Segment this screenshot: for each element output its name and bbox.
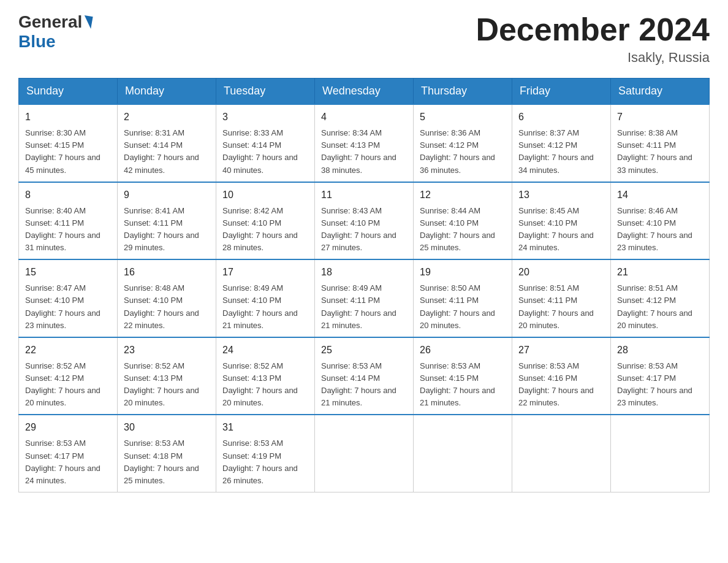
day-info: Sunrise: 8:48 AMSunset: 4:10 PMDaylight:… [124, 282, 210, 332]
weekday-header-row: SundayMondayTuesdayWednesdayThursdayFrid… [19, 79, 710, 105]
day-info: Sunrise: 8:52 AMSunset: 4:13 PMDaylight:… [124, 360, 210, 410]
weekday-header-saturday: Saturday [611, 79, 710, 105]
calendar-cell: 27Sunrise: 8:53 AMSunset: 4:16 PMDayligh… [512, 337, 611, 415]
calendar-cell: 25Sunrise: 8:53 AMSunset: 4:14 PMDayligh… [315, 337, 414, 415]
calendar-cell: 17Sunrise: 8:49 AMSunset: 4:10 PMDayligh… [216, 259, 315, 337]
calendar-cell: 21Sunrise: 8:51 AMSunset: 4:12 PMDayligh… [611, 259, 710, 337]
day-number: 30 [124, 420, 210, 435]
calendar-header: SundayMondayTuesdayWednesdayThursdayFrid… [19, 79, 710, 105]
day-number: 15 [25, 265, 111, 280]
day-info: Sunrise: 8:38 AMSunset: 4:11 PMDaylight:… [617, 127, 703, 177]
calendar-cell [512, 415, 611, 492]
week-row-5: 29Sunrise: 8:53 AMSunset: 4:17 PMDayligh… [19, 415, 710, 492]
day-info: Sunrise: 8:33 AMSunset: 4:14 PMDaylight:… [222, 127, 308, 177]
calendar-cell: 1Sunrise: 8:30 AMSunset: 4:15 PMDaylight… [19, 104, 118, 182]
day-number: 22 [25, 343, 111, 358]
calendar-cell: 12Sunrise: 8:44 AMSunset: 4:10 PMDayligh… [414, 182, 512, 260]
day-info: Sunrise: 8:40 AMSunset: 4:11 PMDaylight:… [25, 205, 111, 255]
day-number: 31 [222, 420, 308, 435]
day-info: Sunrise: 8:37 AMSunset: 4:12 PMDaylight:… [518, 127, 604, 177]
calendar-body: 1Sunrise: 8:30 AMSunset: 4:15 PMDaylight… [19, 104, 710, 492]
weekday-header-wednesday: Wednesday [315, 79, 414, 105]
day-info: Sunrise: 8:51 AMSunset: 4:12 PMDaylight:… [617, 282, 703, 332]
logo-arrow-icon [83, 15, 93, 29]
day-info: Sunrise: 8:53 AMSunset: 4:18 PMDaylight:… [124, 437, 210, 487]
day-number: 28 [617, 343, 703, 358]
calendar-cell: 26Sunrise: 8:53 AMSunset: 4:15 PMDayligh… [414, 337, 512, 415]
calendar-cell: 5Sunrise: 8:36 AMSunset: 4:12 PMDaylight… [414, 104, 512, 182]
day-info: Sunrise: 8:31 AMSunset: 4:14 PMDaylight:… [124, 127, 210, 177]
day-number: 5 [420, 110, 506, 124]
calendar-cell: 23Sunrise: 8:52 AMSunset: 4:13 PMDayligh… [118, 337, 216, 415]
day-info: Sunrise: 8:49 AMSunset: 4:10 PMDaylight:… [222, 282, 308, 332]
day-info: Sunrise: 8:50 AMSunset: 4:11 PMDaylight:… [420, 282, 506, 332]
day-info: Sunrise: 8:41 AMSunset: 4:11 PMDaylight:… [124, 205, 210, 255]
day-info: Sunrise: 8:53 AMSunset: 4:19 PMDaylight:… [222, 437, 308, 487]
calendar-cell: 2Sunrise: 8:31 AMSunset: 4:14 PMDaylight… [118, 104, 216, 182]
day-number: 19 [420, 265, 506, 280]
calendar-cell: 22Sunrise: 8:52 AMSunset: 4:12 PMDayligh… [19, 337, 118, 415]
calendar-cell: 15Sunrise: 8:47 AMSunset: 4:10 PMDayligh… [19, 259, 118, 337]
calendar-table: SundayMondayTuesdayWednesdayThursdayFrid… [18, 78, 710, 492]
day-number: 21 [617, 265, 703, 280]
day-number: 1 [25, 110, 111, 124]
calendar-cell [611, 415, 710, 492]
week-row-2: 8Sunrise: 8:40 AMSunset: 4:11 PMDaylight… [19, 182, 710, 260]
calendar-cell [414, 415, 512, 492]
day-info: Sunrise: 8:53 AMSunset: 4:14 PMDaylight:… [321, 360, 407, 410]
day-info: Sunrise: 8:30 AMSunset: 4:15 PMDaylight:… [25, 127, 111, 177]
calendar-cell: 13Sunrise: 8:45 AMSunset: 4:10 PMDayligh… [512, 182, 611, 260]
day-number: 11 [321, 188, 407, 202]
weekday-header-sunday: Sunday [19, 79, 118, 105]
month-title: December 2024 [476, 12, 710, 47]
day-info: Sunrise: 8:49 AMSunset: 4:11 PMDaylight:… [321, 282, 407, 332]
day-info: Sunrise: 8:52 AMSunset: 4:13 PMDaylight:… [222, 360, 308, 410]
calendar-cell: 31Sunrise: 8:53 AMSunset: 4:19 PMDayligh… [216, 415, 315, 492]
day-info: Sunrise: 8:53 AMSunset: 4:17 PMDaylight:… [617, 360, 703, 410]
week-row-4: 22Sunrise: 8:52 AMSunset: 4:12 PMDayligh… [19, 337, 710, 415]
weekday-header-tuesday: Tuesday [216, 79, 315, 105]
calendar-cell: 28Sunrise: 8:53 AMSunset: 4:17 PMDayligh… [611, 337, 710, 415]
weekday-header-friday: Friday [512, 79, 611, 105]
day-info: Sunrise: 8:53 AMSunset: 4:17 PMDaylight:… [25, 437, 111, 487]
day-number: 29 [25, 420, 111, 435]
day-info: Sunrise: 8:53 AMSunset: 4:16 PMDaylight:… [518, 360, 604, 410]
day-number: 20 [518, 265, 604, 280]
calendar-cell: 24Sunrise: 8:52 AMSunset: 4:13 PMDayligh… [216, 337, 315, 415]
day-info: Sunrise: 8:45 AMSunset: 4:10 PMDaylight:… [518, 205, 604, 255]
day-number: 6 [518, 110, 604, 124]
calendar-cell: 7Sunrise: 8:38 AMSunset: 4:11 PMDaylight… [611, 104, 710, 182]
day-number: 18 [321, 265, 407, 280]
day-number: 23 [124, 343, 210, 358]
calendar-cell: 20Sunrise: 8:51 AMSunset: 4:11 PMDayligh… [512, 259, 611, 337]
calendar-cell: 16Sunrise: 8:48 AMSunset: 4:10 PMDayligh… [118, 259, 216, 337]
day-number: 27 [518, 343, 604, 358]
calendar-cell: 10Sunrise: 8:42 AMSunset: 4:10 PMDayligh… [216, 182, 315, 260]
day-info: Sunrise: 8:36 AMSunset: 4:12 PMDaylight:… [420, 127, 506, 177]
location: Isakly, Russia [476, 50, 710, 66]
day-number: 26 [420, 343, 506, 358]
calendar-cell: 14Sunrise: 8:46 AMSunset: 4:10 PMDayligh… [611, 182, 710, 260]
calendar-cell: 4Sunrise: 8:34 AMSunset: 4:13 PMDaylight… [315, 104, 414, 182]
day-number: 4 [321, 110, 407, 124]
day-number: 9 [124, 188, 210, 202]
calendar-cell: 8Sunrise: 8:40 AMSunset: 4:11 PMDaylight… [19, 182, 118, 260]
day-info: Sunrise: 8:46 AMSunset: 4:10 PMDaylight:… [617, 205, 703, 255]
logo-blue-text: Blue [18, 32, 56, 51]
calendar-cell: 11Sunrise: 8:43 AMSunset: 4:10 PMDayligh… [315, 182, 414, 260]
day-info: Sunrise: 8:52 AMSunset: 4:12 PMDaylight:… [25, 360, 111, 410]
calendar-cell: 3Sunrise: 8:33 AMSunset: 4:14 PMDaylight… [216, 104, 315, 182]
calendar-cell: 29Sunrise: 8:53 AMSunset: 4:17 PMDayligh… [19, 415, 118, 492]
logo: General Blue [18, 12, 93, 52]
day-number: 8 [25, 188, 111, 202]
calendar-cell: 9Sunrise: 8:41 AMSunset: 4:11 PMDaylight… [118, 182, 216, 260]
day-number: 12 [420, 188, 506, 202]
day-info: Sunrise: 8:51 AMSunset: 4:11 PMDaylight:… [518, 282, 604, 332]
day-number: 13 [518, 188, 604, 202]
calendar-cell: 6Sunrise: 8:37 AMSunset: 4:12 PMDaylight… [512, 104, 611, 182]
day-number: 24 [222, 343, 308, 358]
day-number: 17 [222, 265, 308, 280]
day-number: 2 [124, 110, 210, 124]
day-info: Sunrise: 8:47 AMSunset: 4:10 PMDaylight:… [25, 282, 111, 332]
day-number: 14 [617, 188, 703, 202]
